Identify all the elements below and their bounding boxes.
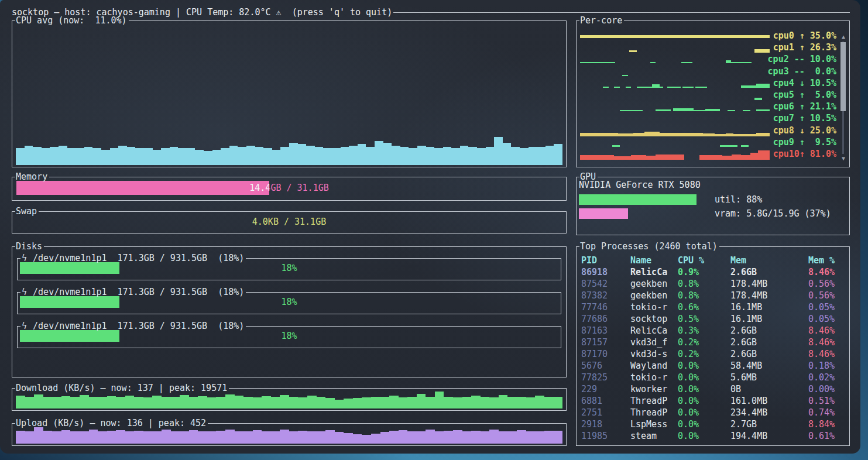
gpu-util-bar xyxy=(579,194,697,205)
process-mem: 161.0MB xyxy=(730,395,808,407)
history-bar xyxy=(545,146,554,165)
process-name: vkd3d-s xyxy=(630,348,678,360)
core-sparkline xyxy=(580,42,770,53)
history-bar xyxy=(207,397,217,408)
process-name: steam xyxy=(630,430,678,442)
scroll-up-icon[interactable]: ▲ xyxy=(840,33,847,40)
process-row[interactable]: 87382geekben0.8%178.4MB0.56% xyxy=(581,290,846,301)
history-bar xyxy=(289,397,299,408)
history-bar xyxy=(171,397,180,408)
process-row[interactable]: 87170vkd3d-s0.2%2.6GB8.46% xyxy=(581,348,846,360)
history-bar xyxy=(426,397,435,408)
process-row[interactable]: 87157vkd3d_f0.2%2.6GB8.46% xyxy=(581,337,846,348)
process-pid: 5676 xyxy=(581,360,630,372)
process-row[interactable]: 229kworker0.0%0B0.00% xyxy=(581,383,846,395)
process-mem: 16.1MB xyxy=(730,301,808,313)
history-bar xyxy=(144,148,153,165)
history-bar xyxy=(59,146,67,165)
spark-segment xyxy=(741,85,756,88)
history-bar xyxy=(180,431,189,444)
swap-title: Swap xyxy=(15,205,39,217)
process-name: socktop xyxy=(630,313,678,325)
history-bar xyxy=(34,427,43,444)
cpu-history-chart xyxy=(16,25,562,165)
history-bar xyxy=(187,148,195,165)
history-bar xyxy=(235,396,244,408)
history-bar xyxy=(407,431,417,444)
process-mem: 178.4MB xyxy=(730,290,808,301)
history-bar xyxy=(444,431,453,444)
core-row-cpu10: cpu10↑ 81.0% xyxy=(580,148,836,160)
scroll-down-icon[interactable]: ▼ xyxy=(840,155,847,162)
history-bar xyxy=(280,430,289,444)
process-name: kworker xyxy=(630,383,678,395)
history-bar xyxy=(152,396,162,408)
process-memp: 8.46% xyxy=(808,266,846,278)
history-bar xyxy=(307,396,317,408)
spark-segment xyxy=(742,62,752,63)
process-mem: 178.4MB xyxy=(730,278,808,290)
history-bar xyxy=(272,150,281,165)
spark-segment xyxy=(754,49,770,53)
process-pid: 77686 xyxy=(581,313,630,325)
process-pid: 87170 xyxy=(581,348,630,360)
process-row[interactable]: 6881ThreadP0.0%161.0MB0.51% xyxy=(581,395,846,407)
process-row[interactable]: 87163RelicCa0.3%2.6GB8.46% xyxy=(581,325,846,337)
history-bar xyxy=(389,396,399,408)
process-cpu: 0.0% xyxy=(678,360,730,372)
process-pid: 229 xyxy=(581,383,630,395)
history-bar xyxy=(25,146,33,165)
cpu-avg-title: CPU avg (now: 11.0%) xyxy=(15,15,129,26)
download-panel: Download (KB/s) — now: 137 | peak: 19571 xyxy=(12,388,567,411)
history-bar xyxy=(553,431,562,444)
history-bar xyxy=(375,141,383,165)
process-row[interactable]: 77686socktop0.5%16.1MB0.05% xyxy=(581,313,846,325)
disk-usage-gauge: 18% xyxy=(20,330,558,342)
process-row[interactable]: 5676Wayland0.0%58.4MB0.18% xyxy=(581,360,846,372)
disk-list: ϟ /dev/nvme1n1p1 171.3GB / 931.5GB (18%)… xyxy=(12,258,566,348)
history-bar xyxy=(61,430,71,444)
process-cpu: 0.0% xyxy=(678,395,730,407)
history-bar xyxy=(298,144,307,165)
process-cpu: 0.0% xyxy=(678,418,730,430)
core-row-cpu8: cpu8 ↓ 25.0% xyxy=(580,125,836,136)
history-bar xyxy=(471,431,481,444)
spark-segment xyxy=(756,84,770,88)
process-name: ThreadP xyxy=(630,407,678,418)
history-bar xyxy=(520,148,529,165)
process-row[interactable]: 2918LspMess0.0%2.7GB8.84% xyxy=(581,418,846,430)
disk-subpanel: ϟ /dev/nvme1n1p1 171.3GB / 931.5GB (18%)… xyxy=(17,258,561,280)
per-core-scrollbar[interactable]: ▲ ▼ xyxy=(840,33,847,162)
disk-subpanel: ϟ /dev/nvme1n1p1 171.3GB / 931.5GB (18%)… xyxy=(17,292,561,314)
process-row[interactable]: 2751ThreadP0.0%234.4MB0.74% xyxy=(581,407,846,418)
process-memp: 8.46% xyxy=(808,325,846,337)
spark-segment xyxy=(758,150,769,160)
spark-segment xyxy=(682,87,694,88)
spark-segment xyxy=(620,110,643,111)
process-row[interactable]: 87542geekben0.8%178.4MB0.56% xyxy=(581,278,846,290)
history-bar xyxy=(306,146,315,165)
per-core-title: Per-core xyxy=(579,15,624,26)
process-row[interactable]: 11985steam0.0%194.4MB0.61% xyxy=(581,430,846,442)
core-row-cpu1: cpu1 ↑ 26.3% xyxy=(580,42,836,53)
spark-segment xyxy=(580,62,615,63)
history-bar xyxy=(33,147,42,165)
upload-panel: Upload (KB/s) — now: 136 | peak: 452 xyxy=(12,423,567,446)
history-bar xyxy=(399,430,408,444)
history-bar xyxy=(526,431,536,444)
history-bar xyxy=(92,148,101,165)
history-bar xyxy=(262,396,271,408)
process-row[interactable]: 77825tokio-r0.0%5.6MB0.02% xyxy=(581,372,846,383)
gpu-panel: GPU NVIDIA GeForce RTX 5080 util: 88% vr… xyxy=(576,177,850,235)
process-cpu: 0.0% xyxy=(678,383,730,395)
scrollbar-thumb[interactable] xyxy=(840,42,846,111)
process-row[interactable]: 77746tokio-r0.6%16.1MB0.05% xyxy=(581,301,846,313)
history-bar xyxy=(417,431,426,444)
process-row[interactable]: 86918RelicCa0.9%2.6GB8.46% xyxy=(581,266,846,278)
history-bar xyxy=(353,434,362,444)
spark-segment xyxy=(722,156,732,160)
disk-usage-label: 18% xyxy=(20,296,558,308)
history-bar xyxy=(371,434,380,444)
spark-segment xyxy=(754,98,762,100)
history-bar xyxy=(221,148,229,165)
